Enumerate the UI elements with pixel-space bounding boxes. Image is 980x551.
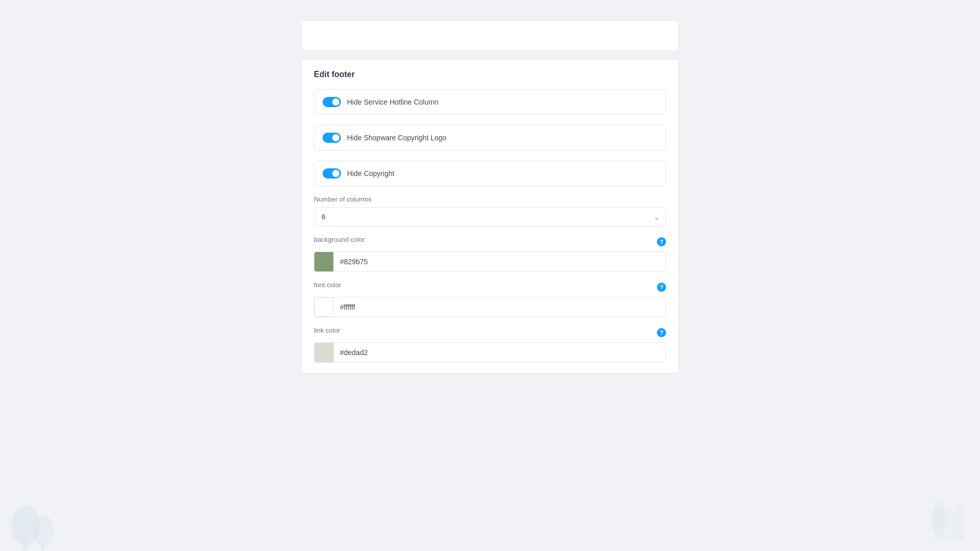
decorative-trees-right (919, 490, 980, 551)
svg-rect-5 (947, 510, 954, 541)
link-color-swatch[interactable] (314, 343, 334, 362)
font-color-input-row (314, 297, 666, 317)
font-color-label-row: font color ? (314, 281, 666, 293)
svg-rect-3 (41, 541, 45, 551)
font-color-swatch[interactable] (314, 297, 334, 317)
number-of-columns-label: Number of columns (314, 195, 666, 203)
link-color-text-input[interactable] (334, 344, 666, 361)
background-color-text-input[interactable] (334, 254, 666, 270)
font-color-group: font color ? (314, 281, 666, 317)
main-wrapper: Edit footer Hide Service Hotline Column (0, 0, 980, 551)
background-color-label-row: background color ? (314, 236, 666, 247)
toggle-shopware-copyright[interactable] (323, 133, 341, 143)
background-color-swatch[interactable] (314, 252, 334, 271)
link-color-label-row: link color ? (314, 327, 666, 338)
top-card (301, 20, 679, 51)
toggle-slider-copyright (323, 168, 341, 179)
link-color-input-row (314, 342, 666, 363)
toggle-label-copyright: Hide Copyright (347, 169, 395, 178)
number-of-columns-select[interactable]: 1 2 3 4 5 6 7 8 (314, 207, 666, 227)
toggle-row-service-hotline: Hide Service Hotline Column (314, 89, 666, 115)
content-area: Edit footer Hide Service Hotline Column (301, 20, 679, 531)
edit-footer-title: Edit footer (314, 70, 666, 79)
background-color-label: background color (314, 236, 365, 243)
font-color-label: font color (314, 281, 341, 289)
background-color-info-icon[interactable]: ? (657, 237, 666, 246)
svg-point-7 (930, 505, 948, 536)
link-color-info-icon[interactable]: ? (657, 328, 666, 337)
edit-footer-card: Edit footer Hide Service Hotline Column (301, 59, 679, 373)
background-color-input-row (314, 252, 666, 272)
svg-rect-6 (955, 505, 964, 541)
link-color-label: link color (314, 327, 340, 334)
decorative-trees-left (0, 490, 61, 551)
toggle-label-service-hotline: Hide Service Hotline Column (347, 98, 438, 106)
number-of-columns-group: Number of columns 1 2 3 4 5 6 7 8 ⌄ (314, 195, 666, 227)
toggle-label-shopware-copyright: Hide Shopware Copyright Logo (347, 134, 447, 142)
font-color-info-icon[interactable]: ? (657, 283, 666, 292)
toggle-copyright[interactable] (323, 168, 341, 179)
toggle-row-copyright: Hide Copyright (314, 161, 666, 186)
toggle-slider-service-hotline (323, 97, 341, 107)
background-color-group: background color ? (314, 236, 666, 272)
toggle-slider-shopware-copyright (323, 133, 341, 143)
font-color-text-input[interactable] (334, 299, 666, 315)
toggle-section: Hide Service Hotline Column Hide Shopwar… (314, 89, 666, 186)
number-of-columns-select-wrapper: 1 2 3 4 5 6 7 8 ⌄ (314, 207, 666, 227)
toggle-service-hotline[interactable] (323, 97, 341, 107)
toggle-row-shopware-copyright: Hide Shopware Copyright Logo (314, 125, 666, 151)
svg-rect-1 (23, 538, 28, 551)
link-color-group: link color ? (314, 327, 666, 363)
